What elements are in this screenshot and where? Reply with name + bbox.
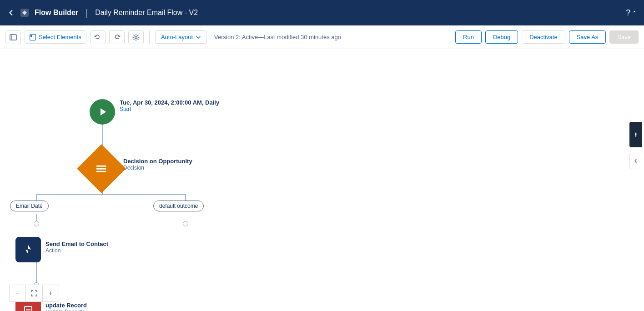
action-title-label: Send Email to Contact bbox=[45, 241, 108, 247]
run-button[interactable]: Run bbox=[455, 30, 482, 44]
diamond-line-1 bbox=[96, 166, 106, 167]
start-datetime-label: Tue, Apr 30, 2024, 2:00:00 AM, Daily bbox=[120, 99, 219, 106]
decision-node[interactable]: Decision on Opportunity Decision bbox=[84, 151, 119, 186]
action-subtitle-label: Action bbox=[45, 247, 108, 254]
svg-rect-1 bbox=[10, 35, 16, 40]
action-node-info: Send Email to Contact Action bbox=[45, 241, 108, 254]
svg-marker-10 bbox=[101, 108, 106, 115]
redo-button[interactable] bbox=[109, 30, 125, 44]
toolbar-separator-1 bbox=[149, 31, 150, 44]
toolbar: Select Elements Auto-Layout Version 2: A… bbox=[0, 25, 644, 49]
save-button[interactable]: Save bbox=[609, 30, 639, 44]
update-subtitle-label: Update Records bbox=[45, 309, 87, 311]
decision-icon bbox=[96, 166, 106, 172]
settings-button[interactable] bbox=[128, 30, 144, 44]
auto-layout-button[interactable]: Auto-Layout bbox=[155, 30, 207, 44]
top-navigation: Flow Builder | Daily Reminder Email Flow… bbox=[0, 0, 644, 25]
svg-point-16 bbox=[635, 133, 637, 134]
svg-point-5 bbox=[135, 36, 137, 38]
email-date-branch-label[interactable]: Email Date bbox=[10, 201, 49, 211]
start-label: Start bbox=[120, 106, 219, 112]
back-button[interactable] bbox=[7, 9, 15, 16]
diamond-line-3 bbox=[96, 171, 106, 172]
default-outcome-branch-label[interactable]: default outcome bbox=[153, 201, 204, 211]
nav-separator: | bbox=[86, 8, 88, 18]
update-title-label: update Record bbox=[45, 302, 87, 309]
auto-layout-label: Auto-Layout bbox=[161, 34, 193, 40]
flow-name-label: Daily Reminder Email Flow - V2 bbox=[95, 9, 198, 17]
action-node[interactable]: Send Email to Contact Action bbox=[15, 237, 41, 262]
deactivate-button[interactable]: Deactivate bbox=[522, 30, 565, 44]
undo-button[interactable] bbox=[90, 30, 106, 44]
connector-dot-email-date bbox=[34, 221, 39, 226]
decision-diamond-shape[interactable] bbox=[77, 144, 126, 193]
select-elements-button[interactable]: Select Elements bbox=[25, 30, 86, 44]
decision-node-info: Decision on Opportunity Decision bbox=[123, 158, 192, 171]
debug-button[interactable]: Debug bbox=[485, 30, 518, 44]
svg-rect-12 bbox=[25, 306, 32, 311]
right-side-panel bbox=[628, 122, 644, 169]
zoom-fit-button[interactable] bbox=[26, 285, 42, 301]
svg-point-17 bbox=[635, 134, 637, 135]
svg-point-18 bbox=[635, 135, 637, 137]
flow-builder-icon bbox=[20, 8, 29, 17]
zoom-controls: − + bbox=[9, 285, 59, 302]
diamond-line-2 bbox=[96, 168, 106, 170]
action-icon-box[interactable] bbox=[15, 237, 41, 262]
select-elements-label: Select Elements bbox=[39, 34, 81, 40]
app-name-label: Flow Builder bbox=[35, 9, 78, 17]
connector-dot-default bbox=[183, 221, 188, 226]
sidebar-toggle-button[interactable] bbox=[5, 30, 21, 44]
zoom-in-button[interactable]: + bbox=[42, 285, 59, 301]
svg-marker-11 bbox=[25, 245, 31, 254]
expand-panel-button[interactable] bbox=[629, 122, 642, 147]
start-trigger-circle[interactable] bbox=[90, 99, 115, 125]
flow-canvas-area: Tue, Apr 30, 2024, 2:00:00 AM, Daily Sta… bbox=[0, 49, 644, 311]
decision-subtitle-label: Decision bbox=[123, 165, 192, 171]
help-button[interactable]: ? bbox=[626, 8, 637, 18]
start-node[interactable]: Tue, Apr 30, 2024, 2:00:00 AM, Daily Sta… bbox=[90, 99, 115, 125]
zoom-out-button[interactable]: − bbox=[10, 285, 26, 301]
save-as-button[interactable]: Save As bbox=[569, 30, 606, 44]
svg-rect-4 bbox=[30, 35, 32, 37]
update-node-info: update Record Update Records bbox=[45, 302, 87, 311]
start-node-info: Tue, Apr 30, 2024, 2:00:00 AM, Daily Sta… bbox=[120, 99, 219, 112]
version-info-label: Version 2: Active—Last modified 30 minut… bbox=[214, 34, 452, 40]
decision-title-label: Decision on Opportunity bbox=[123, 158, 192, 165]
collapse-panel-button[interactable] bbox=[629, 153, 642, 169]
